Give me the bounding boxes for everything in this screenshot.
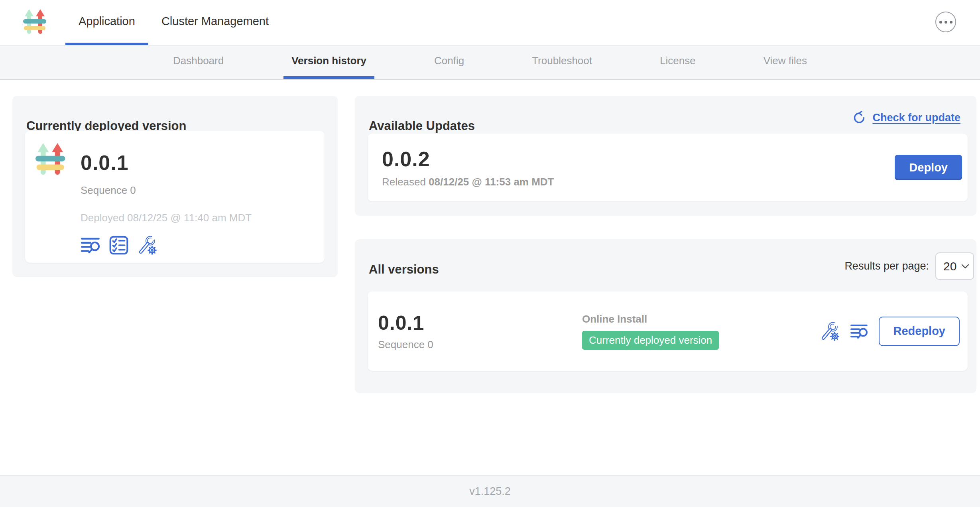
view-logs-button[interactable] [850, 323, 868, 339]
tab-dashboard[interactable]: Dashboard [165, 45, 232, 79]
edit-config-button[interactable] [137, 235, 157, 255]
results-per-page: Results per page: 20 [844, 252, 974, 280]
deployed-version-panel: 0.0.1 Sequence 0 Deployed 08/12/25 @ 11:… [25, 131, 325, 263]
tab-config[interactable]: Config [426, 45, 472, 79]
edit-config-button[interactable] [820, 321, 840, 341]
update-details: 0.0.2 Released 08/12/25 @ 11:53 am MDT [382, 147, 554, 188]
available-updates-card: Available Updates Check for update 0.0.2… [355, 96, 976, 216]
tab-label: View files [764, 55, 807, 67]
versions-card-title: All versions [369, 262, 439, 277]
preflight-checks-icon [109, 236, 128, 255]
app-subnav: Dashboard Version history Config Trouble… [0, 45, 980, 80]
tab-license[interactable]: License [652, 45, 704, 79]
released-timestamp: 08/12/25 @ 11:53 am MDT [429, 176, 554, 188]
update-released-line: Released 08/12/25 @ 11:53 am MDT [382, 176, 554, 188]
tab-label: Version history [291, 55, 366, 67]
edit-config-icon [820, 321, 840, 341]
version-row-actions: Redeploy [820, 317, 960, 346]
updates-card-title: Available Updates [369, 119, 475, 133]
results-per-page-select[interactable]: 20 [935, 252, 974, 280]
results-select-wrap: 20 [935, 252, 974, 280]
deployed-version-details: 0.0.1 Sequence 0 Deployed 08/12/25 @ 11:… [81, 142, 252, 256]
version-row-details: 0.0.1 Sequence 0 [378, 311, 582, 351]
tab-view-files[interactable]: View files [756, 45, 815, 79]
redeploy-button[interactable]: Redeploy [879, 317, 960, 346]
overflow-menu-button[interactable] [935, 12, 956, 32]
preflight-checks-button[interactable] [109, 236, 128, 255]
check-for-update-link[interactable]: Check for update [852, 110, 960, 125]
navbar-tab-label: Application [79, 15, 135, 28]
version-row-status: Online Install Currently deployed versio… [582, 313, 820, 350]
edit-config-icon [137, 235, 157, 255]
check-for-update-label: Check for update [872, 112, 960, 124]
deployed-timestamp: Deployed 08/12/25 @ 11:40 am MDT [81, 212, 252, 224]
navbar-tab-application[interactable]: Application [65, 0, 148, 45]
view-logs-icon [81, 236, 100, 254]
tab-troubleshoot[interactable]: Troubleshoot [524, 45, 600, 79]
version-row: 0.0.1 Sequence 0 Online Install Currentl… [368, 291, 968, 371]
currently-deployed-card: Currently deployed version 0.0.1 Sequenc… [12, 96, 338, 277]
ellipsis-icon [945, 21, 947, 24]
page-footer: v1.125.2 [0, 475, 980, 507]
install-type-label: Online Install [582, 313, 647, 325]
refresh-icon [852, 110, 867, 125]
update-version-number: 0.0.2 [382, 147, 554, 171]
all-versions-card: All versions Results per page: 20 0.0.1 … [355, 239, 976, 393]
navbar-tabs: Application Cluster Management [65, 0, 282, 45]
view-logs-button[interactable] [81, 236, 100, 254]
console-version: v1.125.2 [469, 485, 511, 498]
tab-label: License [660, 55, 696, 67]
tab-label: Config [434, 55, 464, 67]
deployed-actions [81, 235, 157, 255]
status-badge: Currently deployed version [582, 331, 719, 350]
row-version-number: 0.0.1 [378, 311, 424, 335]
tab-label: Troubleshoot [532, 55, 592, 67]
tab-label: Dashboard [173, 55, 224, 67]
top-navbar: Application Cluster Management [0, 0, 980, 45]
navbar-tab-cluster-management[interactable]: Cluster Management [148, 0, 282, 45]
deployed-sequence: Sequence 0 [81, 184, 136, 197]
app-logo-icon [35, 142, 66, 178]
released-prefix: Released [382, 176, 426, 188]
tab-version-history[interactable]: Version history [283, 45, 374, 79]
navbar-tab-label: Cluster Management [161, 15, 269, 28]
view-logs-icon [850, 323, 868, 339]
app-logo-icon [23, 8, 47, 36]
deployed-version-number: 0.0.1 [81, 151, 129, 175]
ellipsis-icon [939, 21, 942, 24]
update-row: 0.0.2 Released 08/12/25 @ 11:53 am MDT D… [368, 134, 968, 201]
main-content: Currently deployed version 0.0.1 Sequenc… [0, 80, 980, 475]
ellipsis-icon [950, 21, 952, 24]
deploy-button[interactable]: Deploy [895, 155, 962, 180]
row-sequence: Sequence 0 [378, 339, 433, 351]
results-per-page-label: Results per page: [844, 260, 929, 272]
